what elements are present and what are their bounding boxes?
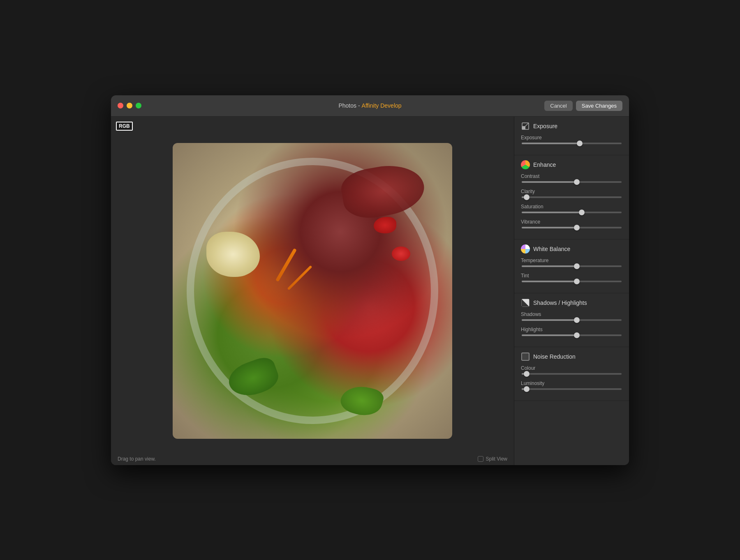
tint-slider-track[interactable]	[522, 281, 622, 282]
titlebar: Photos - Affinity Develop Cancel Save Ch…	[111, 95, 629, 117]
tomato-element-1	[374, 217, 396, 233]
colour-slider-track[interactable]	[522, 373, 622, 375]
highlights-slider-track[interactable]	[522, 334, 622, 336]
colour-slider-row: Colour	[521, 365, 622, 375]
shadows-highlights-icon	[521, 298, 530, 307]
luminosity-slider-track[interactable]	[522, 388, 622, 390]
exposure-header: Exposure	[521, 122, 622, 131]
temperature-slider-row: Temperature	[521, 258, 622, 267]
split-view-toggle[interactable]: Split View	[478, 456, 507, 462]
temperature-label: Temperature	[521, 258, 622, 263]
status-hint: Drag to pan view.	[118, 456, 156, 462]
ham-element	[338, 160, 428, 223]
saturation-label: Saturation	[521, 204, 622, 210]
exposure-slider-track[interactable]	[522, 143, 622, 144]
right-panel: Exposure Exposure Enhance Contrast	[514, 117, 629, 465]
nr-title: Noise Reduction	[533, 353, 576, 360]
lettuce-element-1	[224, 354, 282, 401]
enhance-title: Enhance	[533, 161, 556, 168]
sh-title: Shadows / Highlights	[533, 300, 587, 306]
luminosity-slider-row: Luminosity	[521, 380, 622, 390]
highlights-slider-row: Highlights	[521, 327, 622, 336]
contrast-slider-row: Contrast	[521, 173, 622, 183]
shadows-label: Shadows	[521, 311, 622, 317]
contrast-slider-track[interactable]	[522, 181, 622, 183]
save-changes-button[interactable]: Save Changes	[576, 101, 622, 111]
vibrance-slider-track[interactable]	[522, 227, 622, 228]
photo-background	[173, 143, 452, 439]
contrast-label: Contrast	[521, 173, 622, 179]
exposure-section: Exposure Exposure	[514, 117, 629, 155]
vibrance-slider-row: Vibrance	[521, 219, 622, 228]
carrot-element-2	[287, 265, 312, 290]
enhance-header: Enhance	[521, 160, 622, 169]
title-text: Photos -	[338, 102, 360, 109]
image-panel[interactable]: RGB Drag to pan view. Split View	[111, 117, 514, 465]
temperature-slider-track[interactable]	[522, 265, 622, 267]
carrot-element-1	[275, 248, 297, 282]
white-balance-icon	[521, 244, 530, 253]
minimize-button[interactable]	[127, 103, 132, 108]
traffic-lights	[111, 103, 141, 108]
exposure-title: Exposure	[533, 123, 557, 129]
close-button[interactable]	[118, 103, 123, 108]
white-balance-section: White Balance Temperature Tint	[514, 240, 629, 293]
luminosity-label: Luminosity	[521, 380, 622, 386]
nr-header: Noise Reduction	[521, 352, 622, 361]
content-area: RGB Drag to pan view. Split View	[111, 117, 629, 465]
status-bar: Drag to pan view. Split View	[111, 453, 514, 465]
clarity-label: Clarity	[521, 189, 622, 194]
app-name: Affinity Develop	[362, 102, 402, 109]
enhance-icon	[521, 160, 530, 169]
app-window: Photos - Affinity Develop Cancel Save Ch…	[111, 95, 629, 465]
sh-header: Shadows / Highlights	[521, 298, 622, 307]
rgb-badge: RGB	[116, 122, 133, 131]
shadows-highlights-section: Shadows / Highlights Shadows Highlights	[514, 293, 629, 347]
split-view-text: Split View	[486, 456, 507, 462]
exposure-icon	[521, 122, 530, 131]
tomato-element-2	[392, 247, 410, 261]
wb-header: White Balance	[521, 244, 622, 253]
exposure-slider-label: Exposure	[521, 135, 622, 141]
saturation-slider-track[interactable]	[522, 212, 622, 213]
exposure-slider-row: Exposure	[521, 135, 622, 144]
cancel-button[interactable]: Cancel	[544, 101, 572, 111]
potato-element	[206, 232, 260, 277]
photo-container	[173, 143, 452, 439]
enhance-section: Enhance Contrast Clarity	[514, 155, 629, 240]
shadows-slider-row: Shadows	[521, 311, 622, 321]
shadows-slider-track[interactable]	[522, 319, 622, 321]
tint-slider-row: Tint	[521, 273, 622, 282]
clarity-slider-row: Clarity	[521, 189, 622, 198]
titlebar-actions: Cancel Save Changes	[544, 101, 629, 111]
lettuce-element-2	[338, 381, 386, 419]
window-title: Photos - Affinity Develop	[338, 102, 401, 109]
clarity-slider-track[interactable]	[522, 196, 622, 198]
maximize-button[interactable]	[136, 103, 141, 108]
noise-reduction-section: Noise Reduction Colour Luminosity	[514, 347, 629, 401]
noise-reduction-icon	[521, 352, 530, 361]
wb-title: White Balance	[533, 246, 570, 252]
split-view-checkbox[interactable]	[478, 456, 483, 462]
highlights-label: Highlights	[521, 327, 622, 332]
tint-label: Tint	[521, 273, 622, 279]
vibrance-label: Vibrance	[521, 219, 622, 225]
saturation-slider-row: Saturation	[521, 204, 622, 213]
colour-label: Colour	[521, 365, 622, 371]
svg-rect-2	[522, 126, 525, 129]
